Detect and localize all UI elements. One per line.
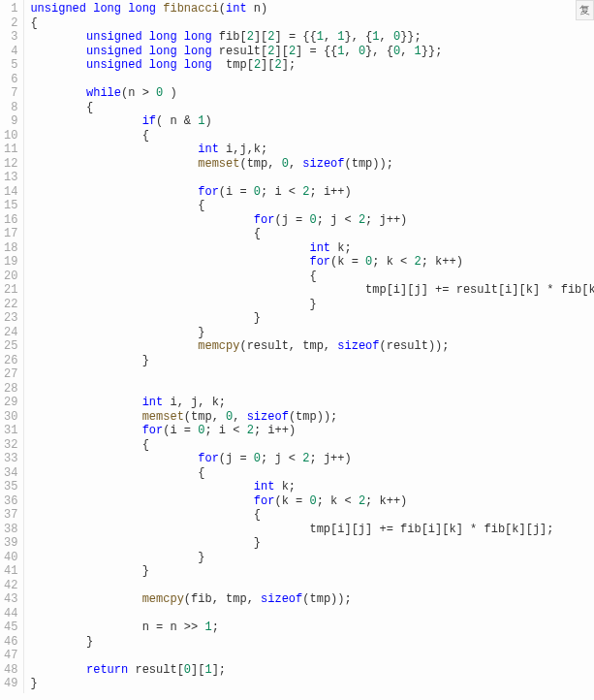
code-line[interactable]: unsigned long long tmp[2][2];: [30, 58, 590, 73]
code-line[interactable]: int k;: [30, 241, 590, 256]
code-line[interactable]: int i, j, k;: [30, 396, 590, 410]
code-line[interactable]: int k;: [30, 480, 590, 494]
token-pl: k;: [274, 480, 296, 493]
code-line[interactable]: }: [30, 635, 590, 650]
code-line[interactable]: {: [30, 438, 590, 453]
code-line[interactable]: [30, 579, 590, 593]
token-pl: ( n &: [156, 114, 198, 128]
code-line[interactable]: n = n >> 1;: [30, 620, 590, 635]
token-num: 1: [415, 45, 422, 58]
code-line[interactable]: for(k = 0; k < 2; k++): [30, 255, 590, 270]
code-line[interactable]: for(i = 0; i < 2; i++): [30, 424, 590, 438]
code-line[interactable]: }: [30, 536, 590, 551]
code-line[interactable]: for(j = 0; j < 2; j++): [30, 213, 590, 228]
token-pl: {: [30, 101, 93, 114]
token-pl: [30, 185, 198, 199]
token-pl: ): [204, 114, 211, 128]
token-pl: (tmp,: [184, 410, 226, 424]
code-line[interactable]: memset(tmp, 0, sizeof(tmp));: [30, 410, 590, 425]
token-pl: [30, 213, 253, 227]
token-pl: }: [30, 536, 261, 550]
code-line[interactable]: unsigned long long fib[2][2] = {{1, 1}, …: [30, 30, 590, 45]
code-line[interactable]: [30, 607, 590, 621]
code-line[interactable]: {: [30, 101, 590, 115]
code-line[interactable]: int i,j,k;: [30, 143, 590, 157]
code-line[interactable]: }: [30, 354, 590, 368]
code-line[interactable]: [30, 649, 590, 663]
token-pl: }: [30, 551, 204, 564]
token-num: 1: [317, 30, 324, 44]
code-line[interactable]: {: [30, 199, 590, 213]
code-area[interactable]: unsigned long long fibnacci(int n){ unsi…: [24, 0, 594, 693]
code-line[interactable]: return result[0][1];: [30, 663, 590, 678]
token-fn: fibnacci: [163, 2, 219, 16]
line-number: 17: [4, 227, 17, 241]
line-number-gutter: 1234567891011121314151617181920212223242…: [0, 0, 24, 693]
token-num: 2: [359, 494, 365, 508]
code-line[interactable]: memset(tmp, 0, sizeof(tmp));: [30, 157, 590, 172]
token-kw: int: [309, 241, 330, 255]
token-kw: for: [198, 452, 219, 465]
code-line[interactable]: unsigned long long fibnacci(int n): [30, 2, 590, 16]
token-pl: [142, 58, 149, 72]
line-number: 13: [4, 171, 17, 185]
code-line[interactable]: {: [30, 129, 590, 143]
token-pl: ][: [261, 58, 274, 72]
token-pl: [142, 30, 149, 44]
code-line[interactable]: {: [30, 16, 590, 31]
token-fn: memcpy: [142, 592, 184, 606]
token-pl: ,: [324, 30, 337, 44]
code-line[interactable]: unsigned long long result[2][2] = {{1, 0…: [30, 45, 590, 59]
code-line[interactable]: }: [30, 311, 590, 326]
code-line[interactable]: }: [30, 677, 590, 691]
code-line[interactable]: [30, 171, 590, 185]
code-line[interactable]: [30, 382, 590, 397]
code-line[interactable]: {: [30, 508, 590, 523]
token-pl: }: [30, 298, 316, 311]
code-line[interactable]: if( n & 1): [30, 114, 590, 129]
token-pl: [30, 86, 86, 100]
token-pl: ;: [212, 620, 219, 634]
code-line[interactable]: for(k = 0; k < 2; k++): [30, 494, 590, 509]
copy-button[interactable]: 复: [576, 0, 594, 20]
token-pl: [30, 424, 141, 437]
code-line[interactable]: tmp[i][j] += result[i][k] * fib[k][j];: [30, 283, 590, 298]
token-pl: ] = {{: [296, 45, 337, 58]
token-pl: result[: [212, 45, 268, 58]
code-line[interactable]: {: [30, 466, 590, 481]
token-pl: }: [30, 354, 148, 367]
token-kw: long: [128, 2, 156, 16]
code-line[interactable]: {: [30, 270, 590, 284]
code-line[interactable]: [30, 367, 590, 382]
code-line[interactable]: tmp[i][j] += fib[i][k] * fib[k][j];: [30, 523, 590, 537]
code-line[interactable]: }: [30, 326, 590, 340]
code-line[interactable]: }: [30, 564, 590, 579]
token-num: 2: [254, 58, 261, 72]
token-pl: [30, 255, 309, 269]
line-number: 35: [4, 480, 17, 494]
token-pl: i,j,k;: [219, 143, 267, 156]
code-line[interactable]: for(j = 0; j < 2; j++): [30, 452, 590, 466]
code-line[interactable]: memcpy(fib, tmp, sizeof(tmp));: [30, 592, 590, 607]
token-pl: ; k <: [317, 494, 359, 508]
token-num: 2: [247, 424, 254, 437]
line-number: 29: [4, 396, 17, 410]
code-line[interactable]: while(n > 0 ): [30, 86, 590, 101]
token-pl: ; j++): [365, 213, 407, 227]
token-kw: long: [184, 45, 212, 58]
code-line[interactable]: }: [30, 551, 590, 565]
token-num: 1: [372, 30, 379, 44]
line-number: 5: [4, 58, 17, 73]
token-pl: }};: [400, 30, 422, 44]
code-line[interactable]: for(i = 0; i < 2; i++): [30, 185, 590, 200]
line-number: 2: [4, 16, 17, 31]
token-pl: [30, 339, 198, 353]
token-pl: n = n >>: [30, 620, 204, 634]
token-pl: ] = {{: [274, 30, 316, 44]
code-line[interactable]: [30, 73, 590, 87]
code-line[interactable]: }: [30, 298, 590, 312]
code-line[interactable]: memcpy(result, tmp, sizeof(result));: [30, 339, 590, 354]
code-line[interactable]: {: [30, 227, 590, 241]
token-pl: ,: [233, 410, 246, 424]
token-pl: (i =: [219, 185, 254, 199]
